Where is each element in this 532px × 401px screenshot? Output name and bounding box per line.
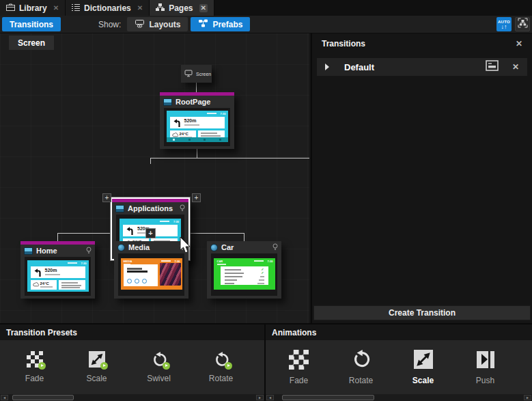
close-icon[interactable]: ✕ (137, 4, 143, 12)
preset-swivel[interactable]: Swivel (128, 351, 190, 383)
prefab-icon (210, 244, 218, 251)
play-badge-icon (163, 362, 170, 370)
scroll-right-arrow[interactable]: ▸ (524, 395, 531, 400)
node-rootpage[interactable]: RootPage 7:30 520m 24°C (160, 92, 234, 149)
node-screen[interactable]: Screen (181, 65, 212, 83)
play-badge-icon (100, 362, 108, 370)
transitions-button-label: Transitions (10, 20, 53, 29)
animation-scale[interactable]: Scale (392, 350, 454, 385)
screen-root-tab[interactable]: Screen (9, 36, 54, 50)
expand-arrow-icon[interactable] (325, 64, 329, 70)
prefab-icon (117, 244, 125, 251)
pages-toolbar: Transitions Show: Layouts Prefabs AUTO ↓… (0, 16, 532, 33)
transition-item-default[interactable]: Default ✕ (317, 58, 527, 76)
thumb-distance: 520m (184, 118, 197, 123)
node-title: Home (36, 247, 83, 255)
node-car[interactable]: Car CAR 7:30 ✓ ✓ (207, 241, 281, 299)
fit-graph-button[interactable] (515, 17, 530, 31)
animation-label: Push (476, 376, 494, 385)
scroll-thumb[interactable] (282, 395, 374, 400)
page-graph-canvas[interactable]: Screen Screen RootPage 7:30 (0, 33, 309, 323)
connector-rootpage-down (197, 149, 197, 158)
tab-dictionaries[interactable]: Dictionaries ✕ (66, 0, 150, 16)
thumb-time: 7:30 (81, 262, 86, 265)
thumb-time: 7:30 (173, 220, 179, 223)
add-page-right-button[interactable]: + (192, 193, 201, 202)
layouts-toggle-button[interactable]: Layouts (127, 17, 188, 31)
prefabs-toggle-button[interactable]: Prefabs (191, 17, 250, 31)
preset-scale[interactable]: Scale (66, 351, 128, 383)
scroll-track[interactable] (10, 395, 255, 400)
scroll-left-arrow[interactable]: ◂ (266, 395, 274, 400)
close-icon[interactable]: ✕ (53, 4, 59, 12)
thumb-media-heading: MEDIA (124, 260, 132, 263)
node-title: Car (221, 243, 269, 251)
connector-rootpage-branch (150, 158, 309, 158)
lightbulb-icon (180, 202, 185, 215)
create-transition-button[interactable]: Create Transition (313, 305, 531, 320)
fit-graph-icon (518, 18, 528, 31)
preset-fade[interactable]: Fade (3, 351, 66, 383)
transition-presets-title: Transition Presets (0, 324, 264, 340)
scroll-track[interactable] (275, 395, 522, 400)
node-thumbnail: 7:30 520m 24°C (164, 108, 230, 146)
play-badge-icon (38, 362, 46, 370)
tab-pages[interactable]: Pages ✕ (150, 0, 214, 16)
animation-push[interactable]: Push (454, 350, 516, 385)
scale-icon (414, 350, 433, 369)
kanzi-pages-window: Library ✕ Dictionaries ✕ Pages ✕ Transit… (0, 0, 532, 401)
tab-label: Library (19, 3, 47, 13)
list-icon (72, 3, 80, 13)
scroll-thumb[interactable] (12, 395, 74, 400)
presets-scrollbar[interactable]: ◂ ▸ (0, 394, 264, 401)
node-media[interactable]: Media MEDIA 7:30 (114, 241, 188, 299)
page-icon (115, 205, 124, 212)
tab-library[interactable]: Library ✕ (0, 0, 66, 16)
close-icon[interactable]: ✕ (516, 39, 522, 49)
add-page-left-button[interactable]: + (102, 193, 111, 202)
tab-label: Dictionaries (84, 3, 131, 13)
hierarchy-icon (156, 3, 165, 13)
scroll-right-arrow[interactable]: ▸ (256, 395, 264, 400)
animation-rotate[interactable]: Rotate (330, 350, 392, 385)
connector-applications-up (150, 158, 151, 164)
thumb-time: 7:30 (220, 112, 225, 115)
lightbulb-icon (272, 241, 278, 253)
edit-properties-icon[interactable] (486, 60, 499, 74)
close-icon[interactable]: ✕ (512, 62, 519, 72)
layouts-icon (135, 19, 145, 30)
album-art-photo (160, 263, 181, 286)
tab-label: Pages (169, 3, 193, 13)
thumb-car-heading: CAR (217, 260, 223, 263)
node-thumbnail: MEDIA 7:30 (118, 253, 184, 296)
monitor-icon (184, 68, 193, 80)
fade-icon (289, 350, 309, 370)
connector-home-up (57, 233, 58, 241)
node-title: Screen (196, 72, 211, 77)
preset-label: Fade (25, 374, 44, 383)
animation-label: Rotate (349, 376, 373, 385)
animations-scrollbar[interactable]: ◂ ▸ (266, 394, 532, 401)
page-icon (24, 247, 33, 255)
preset-label: Rotate (209, 374, 233, 383)
node-home[interactable]: Home 7:30 520m 24°C (20, 241, 95, 299)
transitions-button[interactable]: Transitions (2, 17, 61, 31)
node-thumbnail: CAR 7:30 ✓ ✓ (211, 253, 277, 296)
connector-car-up (244, 233, 244, 241)
node-thumbnail: 7:30 520m 24°C (25, 257, 91, 296)
scroll-left-arrow[interactable]: ◂ (1, 395, 8, 400)
prefabs-button-label: Prefabs (212, 20, 242, 29)
mouse-cursor (180, 236, 192, 257)
animation-label: Scale (412, 376, 434, 385)
push-icon (477, 351, 494, 368)
preset-label: Scale (86, 374, 107, 383)
add-child-page-button[interactable]: + (145, 228, 156, 238)
briefcase-icon (6, 3, 15, 13)
auto-arrange-button[interactable]: AUTO ↓↑ (496, 17, 512, 31)
connector-screen-rootpage (196, 81, 197, 92)
animation-fade[interactable]: Fade (268, 350, 330, 385)
preset-rotate[interactable]: Rotate (190, 351, 252, 383)
close-icon[interactable]: ✕ (199, 4, 208, 12)
auto-arrows-icon: ↓↑ (501, 24, 507, 29)
transition-item-label: Default (344, 62, 476, 72)
